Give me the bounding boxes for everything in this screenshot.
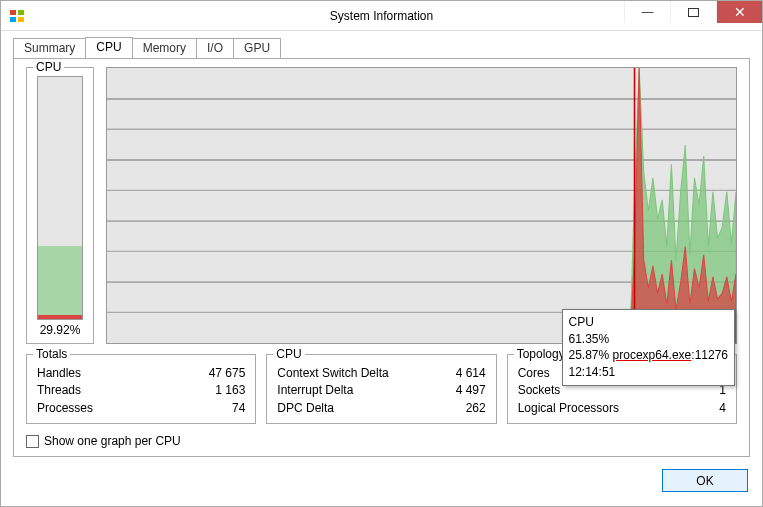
panel-cpu-legend: CPU	[273, 347, 304, 361]
cpu-bar-legend: CPU	[33, 60, 64, 74]
close-button[interactable]: ✕	[716, 1, 762, 23]
panel-cpu: CPU Context Switch Delta4 614 Interrupt …	[266, 354, 496, 424]
show-one-graph-label[interactable]: Show one graph per CPU	[44, 434, 181, 448]
cpu-bar-fill	[38, 246, 82, 319]
topo-cores-label: Cores	[518, 365, 550, 382]
totals-processes-label: Processes	[37, 400, 93, 417]
topo-logical-label: Logical Processors	[518, 400, 619, 417]
cpu-bar	[37, 76, 83, 320]
svg-rect-2	[10, 17, 16, 22]
tabstrip: Summary CPU Memory I/O GPU	[1, 31, 762, 58]
cpu-bar-kernel	[38, 315, 82, 319]
tab-io[interactable]: I/O	[196, 38, 234, 59]
upper-row: CPU 29.92%	[26, 67, 737, 344]
cpu-bar-group: CPU 29.92%	[26, 67, 94, 344]
totals-threads-label: Threads	[37, 382, 81, 399]
tooltip-title: CPU	[569, 314, 728, 331]
cpu-graph	[106, 67, 737, 344]
cpu-interrupt-label: Interrupt Delta	[277, 382, 353, 399]
ok-button[interactable]: OK	[662, 469, 748, 492]
cpu-bar-percent: 29.92%	[40, 323, 81, 337]
show-one-graph-checkbox[interactable]	[26, 435, 39, 448]
panel-totals: Totals Handles47 675 Threads1 163 Proces…	[26, 354, 256, 424]
cpu-ctxswitch-value: 4 614	[456, 365, 486, 382]
svg-rect-1	[18, 10, 24, 15]
titlebar: System Information — ✕	[1, 1, 762, 31]
panel-totals-legend: Totals	[33, 347, 70, 361]
tooltip-top-process: procexp64.exe	[613, 348, 692, 362]
maximize-button[interactable]	[670, 1, 716, 23]
tab-memory[interactable]: Memory	[132, 38, 197, 59]
cpu-dpc-label: DPC Delta	[277, 400, 334, 417]
window: System Information — ✕ Summary CPU Memor…	[0, 0, 763, 507]
cpu-dpc-value: 262	[466, 400, 486, 417]
tooltip-total: 61.35%	[569, 331, 728, 348]
tooltip-time: 12:14:51	[569, 364, 728, 381]
cpu-interrupt-value: 4 497	[456, 382, 486, 399]
totals-processes-value: 74	[232, 400, 245, 417]
cpu-graph-svg	[107, 68, 736, 343]
totals-threads-value: 1 163	[215, 382, 245, 399]
tab-summary[interactable]: Summary	[13, 38, 86, 59]
totals-handles-label: Handles	[37, 365, 81, 382]
panel-topology-legend: Topology	[514, 347, 568, 361]
svg-rect-4	[689, 8, 699, 16]
topo-logical-value: 4	[719, 400, 726, 417]
app-icon	[9, 8, 25, 24]
tooltip-top-process-line: 25.87% procexp64.exe:11276	[569, 347, 728, 364]
topo-sockets-label: Sockets	[518, 382, 561, 399]
tooltip-top-percent: 25.87%	[569, 348, 613, 362]
tab-gpu[interactable]: GPU	[233, 38, 281, 59]
tab-cpu[interactable]: CPU	[85, 37, 132, 58]
tab-content: CPU 29.92%	[13, 58, 750, 457]
footer: OK	[1, 469, 762, 506]
tooltip-top-pid: :11276	[691, 348, 728, 362]
cpu-ctxswitch-label: Context Switch Delta	[277, 365, 388, 382]
totals-handles-value: 47 675	[209, 365, 246, 382]
svg-rect-0	[10, 10, 16, 15]
checkbox-row: Show one graph per CPU	[26, 434, 737, 448]
svg-rect-3	[18, 17, 24, 22]
minimize-button[interactable]: —	[624, 1, 670, 23]
graph-tooltip: CPU 61.35% 25.87% procexp64.exe:11276 12…	[562, 309, 735, 386]
window-buttons: — ✕	[624, 1, 762, 23]
